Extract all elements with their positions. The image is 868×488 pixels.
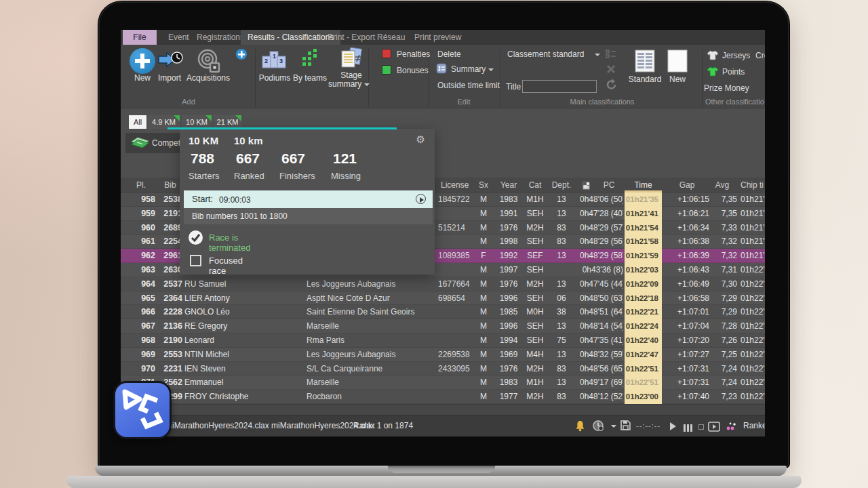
summary-dropdown[interactable]: Summary bbox=[451, 64, 494, 74]
tab-file[interactable]: File bbox=[123, 30, 157, 45]
cell-chip-time: 01h21' bbox=[741, 249, 765, 263]
cell-gap: +1:06:49 bbox=[665, 277, 709, 291]
start-time-row[interactable]: Start: 09:00:03 bbox=[184, 190, 433, 208]
col-header-cat[interactable]: Cat bbox=[523, 178, 547, 192]
cell-place: 963 bbox=[127, 263, 155, 277]
col-header-pc[interactable]: PC bbox=[580, 178, 623, 192]
col-header-dept[interactable]: Dept. bbox=[551, 178, 572, 192]
cell-checkpoint: 0h43'36 (8) bbox=[580, 263, 623, 277]
clock-sync-icon[interactable] bbox=[593, 420, 604, 432]
cell-chip-time: 01h22' bbox=[741, 291, 765, 306]
cell-time: 01h22'03 bbox=[625, 263, 662, 277]
new-classification-label[interactable]: New bbox=[667, 75, 688, 84]
bonuses-icon[interactable] bbox=[382, 65, 391, 75]
tab-reseau[interactable]: Réseau bbox=[370, 30, 412, 45]
play-icon[interactable] bbox=[670, 422, 676, 430]
save-icon[interactable] bbox=[620, 420, 631, 430]
cell-checkpoint: 0h48'50 (63) bbox=[580, 291, 623, 306]
table-row[interactable]: 965 2364 LIER Antony Asptt Nice Cote D A… bbox=[121, 291, 765, 306]
group-label-edit: Edit bbox=[437, 98, 491, 106]
cell-license: 1845722 bbox=[438, 192, 480, 207]
svg-text:2: 2 bbox=[264, 58, 268, 64]
table-row[interactable]: 970 2231 IEN Steven S/L Ca Carqueiranne … bbox=[121, 362, 765, 376]
race-tab-21km[interactable]: 21 KM bbox=[214, 115, 241, 129]
race-tab-10km[interactable]: 10 KM bbox=[182, 115, 212, 129]
svg-text:3: 3 bbox=[279, 58, 283, 64]
standard-button-label[interactable]: Standard bbox=[625, 75, 665, 84]
cell-chip-time: 01h21' bbox=[741, 192, 765, 207]
tab-competitors[interactable]: Competit bbox=[125, 133, 183, 153]
table-row[interactable]: 969 2553 NTIN Michel Les Joggeurs Aubagn… bbox=[121, 348, 765, 362]
acquisitions-button-label[interactable]: Acquisitions bbox=[184, 73, 233, 83]
col-header-license[interactable]: License bbox=[441, 178, 481, 192]
podiums-button-label[interactable]: Podiums bbox=[256, 73, 293, 83]
table-row[interactable]: 967 2136 RE Gregory Marseille M 1996 SEH… bbox=[121, 319, 765, 333]
stage-summary-icon[interactable] bbox=[339, 47, 363, 69]
table-row[interactable]: 964 2537 RU Samuel Les Joggeurs Aubagnai… bbox=[121, 277, 765, 291]
cell-year: 1977 bbox=[496, 390, 521, 404]
stage-summary-label-1[interactable]: Stage bbox=[332, 70, 370, 80]
acquisitions-icon[interactable] bbox=[196, 49, 222, 75]
table-row[interactable]: 968 2190 Leonard Rma Paris M 1994 SEH 75… bbox=[121, 333, 765, 348]
penalties-button[interactable]: Penalties bbox=[397, 49, 430, 59]
outside-time-limit-button[interactable]: Outside time limit bbox=[437, 81, 500, 90]
col-header-sx[interactable]: Sx bbox=[477, 178, 490, 192]
bonuses-button[interactable]: Bonuses bbox=[397, 66, 429, 75]
table-row[interactable]: 971 2562 Emmanuel Marseille M 1983 M1H 1… bbox=[121, 375, 765, 390]
cell-department: 13 bbox=[551, 375, 572, 390]
col-header-chip-time[interactable]: Chip ti bbox=[741, 178, 765, 192]
col-header-pl[interactable]: Pl. bbox=[127, 178, 155, 192]
table-row[interactable]: 299 FROY Christophe Rocbaron M 1977 M2H … bbox=[121, 390, 765, 404]
classification-dropdown[interactable]: Classement standard bbox=[507, 49, 599, 59]
stop-icon[interactable] bbox=[698, 424, 704, 430]
col-header-year[interactable]: Year bbox=[496, 178, 521, 192]
create-classification-button[interactable]: Crea bbox=[755, 51, 765, 60]
app-logo bbox=[113, 381, 172, 439]
active-race-indicator bbox=[167, 127, 397, 129]
status-bar: miMarathonHyeres2024.clax miMarathonHyer… bbox=[121, 415, 765, 436]
boxed-play-icon[interactable] bbox=[708, 422, 720, 432]
import-icon[interactable] bbox=[157, 51, 183, 70]
chevron-down-icon[interactable] bbox=[611, 425, 616, 428]
points-button[interactable]: Points bbox=[722, 67, 745, 77]
delete-classification-icon[interactable] bbox=[606, 64, 616, 75]
standard-classification-icon[interactable] bbox=[635, 49, 655, 73]
tab-print-preview[interactable]: Print preview bbox=[408, 30, 468, 45]
cell-place: 960 bbox=[127, 221, 155, 235]
table-row[interactable]: 966 2228 GNOLO Léo Saint Etienne De Sain… bbox=[121, 305, 765, 319]
cell-club: Marseille bbox=[307, 319, 437, 333]
cell-category: M1H bbox=[523, 192, 547, 207]
podiums-icon[interactable]: 1 2 3 bbox=[262, 50, 286, 69]
jerseys-button[interactable]: Jerseys bbox=[722, 51, 750, 60]
race-tab-4-9km[interactable]: 4.9 KM bbox=[148, 115, 180, 129]
delete-button[interactable]: Delete bbox=[437, 49, 461, 59]
col-header-bib[interactable]: Bib bbox=[158, 178, 182, 192]
cell-bib: 2231 bbox=[158, 362, 182, 376]
prize-money-button[interactable]: Prize Money bbox=[704, 83, 749, 93]
start-play-icon[interactable] bbox=[416, 194, 426, 204]
penalties-icon[interactable] bbox=[382, 49, 391, 58]
cell-average: 7,26 bbox=[707, 333, 737, 348]
bars-icon[interactable] bbox=[684, 422, 694, 434]
race-tab-all[interactable]: All bbox=[129, 115, 146, 129]
import-button-label[interactable]: Import bbox=[153, 73, 186, 83]
bell-icon[interactable] bbox=[575, 420, 585, 432]
cell-place: 969 bbox=[127, 348, 155, 362]
list-icon[interactable] bbox=[606, 49, 616, 60]
popup-race-title: 10 KM bbox=[189, 135, 218, 146]
gear-icon[interactable]: ⚙ bbox=[416, 134, 425, 146]
by-teams-icon[interactable] bbox=[301, 49, 319, 69]
new-classification-icon[interactable] bbox=[667, 49, 688, 73]
cell-category: M0H bbox=[523, 305, 547, 319]
group-separator bbox=[702, 49, 703, 107]
col-header-avg[interactable]: Avg bbox=[707, 178, 737, 192]
add-race-button[interactable] bbox=[236, 49, 247, 60]
cell-bib: 2191 bbox=[158, 207, 182, 221]
classification-title-input[interactable] bbox=[522, 80, 597, 93]
status-dots-icon[interactable] bbox=[726, 422, 738, 431]
new-button-icon[interactable] bbox=[130, 48, 155, 74]
by-teams-button-label[interactable]: By teams bbox=[292, 73, 328, 83]
stage-summary-label-2[interactable]: summary bbox=[328, 79, 369, 89]
col-header-gap[interactable]: Gap bbox=[665, 178, 709, 192]
refresh-icon[interactable] bbox=[606, 79, 618, 91]
